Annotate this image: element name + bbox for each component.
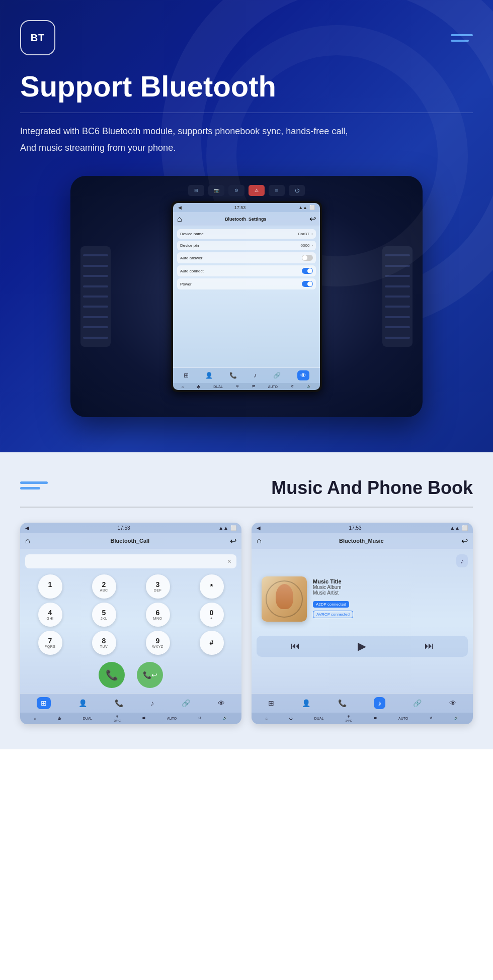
car-unit: ⊞ 📷 ⚙ ⚠ ≋ ⏻ <box>70 176 423 417</box>
section-header: Music And Phone Book <box>20 477 473 499</box>
call-actions: 📞 📞↩ <box>99 662 163 688</box>
hero-divider <box>20 113 473 114</box>
music-content: ♪ Music Title Music Album Music Artist A… <box>252 549 473 693</box>
music-link-icon[interactable]: 🔗 <box>413 699 422 707</box>
sys-home-icon[interactable]: ⌂ <box>182 385 184 388</box>
auto-connect-toggle[interactable] <box>302 268 313 274</box>
call-back-nav-icon: ↩ <box>230 536 236 546</box>
screen-system-bar: ⌂ ⏻ DUAL ❄ ⇌ AUTO ↺ 🔊 <box>173 383 320 390</box>
a2dp-badge: A2DP connected <box>313 601 349 608</box>
music-album: Music Album <box>313 584 463 590</box>
sys-car-icon[interactable]: ⇌ <box>252 384 255 388</box>
left-vent <box>80 246 111 347</box>
sys-auto-label: AUTO <box>268 385 278 388</box>
sys-snowflake-icon[interactable]: ❄ <box>236 384 239 388</box>
next-button[interactable]: ⏭ <box>425 641 434 651</box>
power-toggle[interactable] <box>302 281 313 287</box>
album-art <box>262 576 307 622</box>
call-link-icon[interactable]: 🔗 <box>182 699 190 707</box>
music-eye-icon[interactable]: 👁 <box>449 699 456 707</box>
device-name-row[interactable]: Device name CarBT › <box>177 229 316 239</box>
dialpad-key-4[interactable]: 4GHI <box>38 603 62 627</box>
call-content: × 1 2ABC 3DEF * <box>20 549 241 693</box>
link-icon[interactable]: 🔗 <box>273 372 281 379</box>
call-eye-icon[interactable]: 👁 <box>218 699 225 707</box>
redial-button[interactable]: 📞↩ <box>137 662 163 688</box>
call-button[interactable]: 📞 <box>99 662 125 688</box>
playback-controls: ⏮ ▶ ⏭ <box>257 636 468 657</box>
call-user-icon[interactable]: 👤 <box>78 699 87 707</box>
back-arrow-icon: ◀ <box>178 205 182 210</box>
play-button[interactable]: ▶ <box>358 640 366 653</box>
call-grid-icon[interactable]: ⊞ <box>37 697 51 709</box>
sys-power[interactable]: ⏻ <box>58 717 61 720</box>
screen-nav-bar: ⌂ Bluetooth_Settings ↩ <box>173 212 320 226</box>
call-phone-icon[interactable]: 📞 <box>115 699 123 707</box>
music-bottom-bar: ⊞ 👤 📞 ♪ 🔗 👁 <box>252 693 473 713</box>
screen-back-icon: ↩ <box>309 214 316 224</box>
music-grid-icon[interactable]: ⊞ <box>268 699 274 707</box>
hero-section: BT Support Bluetooth Integrated with BC6… <box>0 0 493 452</box>
avrcp-badge: AVRCP connected <box>313 611 353 618</box>
call-home-icon: ⌂ <box>25 536 30 545</box>
music-system-bar: ⌂ ⏻ DUAL ❄34°C ⇌ AUTO ↺ 🔊 <box>252 713 473 724</box>
prev-button[interactable]: ⏮ <box>291 641 300 651</box>
dialpad-key-star[interactable]: * <box>200 574 224 599</box>
car-unit-image: ⊞ 📷 ⚙ ⚠ ≋ ⏻ <box>20 176 473 417</box>
menu-icon[interactable] <box>451 34 473 42</box>
music-status-bar: ◀ 17:53 ▲▲⬜ <box>252 523 473 533</box>
dialpad-key-0[interactable]: 0+ <box>200 603 224 627</box>
music-music-icon[interactable]: ♪ <box>374 697 385 709</box>
dialpad-key-5[interactable]: 5JKL <box>92 603 116 627</box>
auto-answer-row[interactable]: Auto answer <box>177 252 316 263</box>
call-back-icon: ◀ <box>25 525 29 531</box>
auto-connect-row[interactable]: Auto connect <box>177 265 316 276</box>
sys-temp-icon[interactable]: ↺ <box>291 384 294 388</box>
screen-bottom-bar: ⊞ 👤 📞 ♪ 🔗 👁 <box>173 367 320 383</box>
eye-icon[interactable]: 👁 <box>297 370 309 380</box>
dialpad-key-8[interactable]: 8TUV <box>92 631 116 655</box>
music-back-icon: ◀ <box>257 525 261 531</box>
bluetooth-music-screen: ◀ 17:53 ▲▲⬜ ⌂ Bluetooth_Music ↩ ♪ <box>252 523 473 724</box>
sys-volume-icon[interactable]: 🔊 <box>307 384 311 388</box>
dialpad-key-hash[interactable]: # <box>200 631 224 655</box>
music-note-button[interactable]: ♪ <box>456 554 468 567</box>
music-phone-section: Music And Phone Book ◀ 17:53 ▲▲⬜ ⌂ Bluet… <box>0 452 493 749</box>
dialpad-key-6[interactable]: 6MNO <box>146 603 170 627</box>
music-nav-bar: ⌂ Bluetooth_Music ↩ <box>252 533 473 549</box>
user-icon[interactable]: 👤 <box>205 372 213 379</box>
device-pin-row[interactable]: Device pin 0000 › <box>177 241 316 250</box>
music-user-icon[interactable]: 👤 <box>302 699 310 707</box>
clear-icon[interactable]: × <box>227 557 231 565</box>
music-title: Music Title <box>313 578 463 584</box>
dialpad-key-9[interactable]: 9WXYZ <box>146 631 170 655</box>
sys-home[interactable]: ⌂ <box>34 717 36 720</box>
nav-bar: BT <box>20 20 473 55</box>
hero-description: Integrated with BC6 Bluetooth module, su… <box>20 123 362 156</box>
music-info: Music Title Music Album Music Artist A2D… <box>313 578 463 619</box>
sys-power-icon[interactable]: ⏻ <box>197 385 200 388</box>
power-row[interactable]: Power <box>177 278 316 289</box>
dialpad-key-7[interactable]: 7PQRS <box>38 631 62 655</box>
music-back-nav-icon: ↩ <box>461 536 468 546</box>
call-music-icon[interactable]: ♪ <box>150 699 154 707</box>
bt-logo: BT <box>20 20 55 55</box>
settings-content: Device name CarBT › Device pin 0000 › <box>173 226 320 367</box>
call-input-box[interactable]: × <box>25 554 236 568</box>
grid-icon[interactable]: ⊞ <box>184 372 189 379</box>
bt-settings-screen: ◀ 17:53 ▲▲ ⬜ ⌂ Bluetooth_Settings ↩ <box>171 201 322 392</box>
call-system-bar: ⌂ ⏻ DUAL ❄34°C ⇌ AUTO ↺ 🔊 <box>20 713 241 724</box>
music-home-icon: ⌂ <box>257 536 262 545</box>
dialpad-key-3[interactable]: 3DEF <box>146 574 170 599</box>
auto-answer-toggle[interactable] <box>302 255 313 261</box>
call-nav-bar: ⌂ Bluetooth_Call ↩ <box>20 533 241 549</box>
phone-icon[interactable]: 📞 <box>229 372 237 379</box>
dialpad-key-1[interactable]: 1 <box>38 574 62 599</box>
music-album-area: Music Title Music Album Music Artist A2D… <box>257 571 468 627</box>
section-lines-icon <box>20 481 48 489</box>
music-phone-icon[interactable]: 📞 <box>338 699 347 707</box>
dialpad-key-2[interactable]: 2ABC <box>92 574 116 599</box>
right-vent <box>382 246 413 347</box>
music-icon[interactable]: ♪ <box>254 372 257 379</box>
two-screens-row: ◀ 17:53 ▲▲⬜ ⌂ Bluetooth_Call ↩ × <box>20 523 473 724</box>
